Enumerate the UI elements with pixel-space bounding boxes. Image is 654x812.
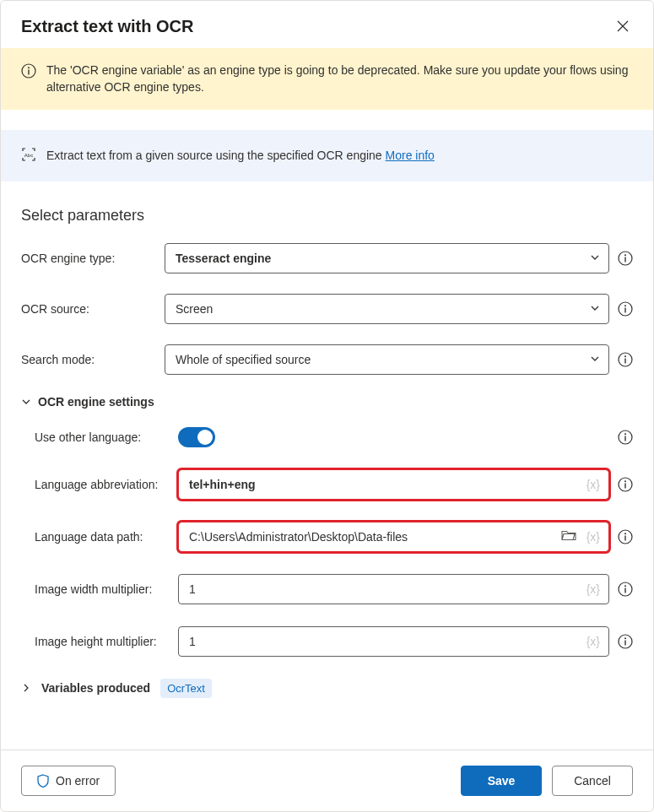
info-lang-path[interactable] [618,529,633,544]
row-engine-type: OCR engine type: Tesseract engine [21,243,633,273]
variable-badge-ocrtext[interactable]: OcrText [160,679,212,698]
variable-placeholder-icon[interactable]: {x} [586,530,600,544]
svg-point-14 [624,433,626,435]
deprecation-warning: The 'OCR engine variable' as an engine t… [1,48,653,110]
svg-rect-6 [624,257,625,262]
collapse-variables-produced[interactable]: Variables produced OcrText [21,679,633,698]
shield-icon [37,774,49,788]
svg-rect-21 [624,535,625,540]
input-lang-abbrev[interactable]: tel+hin+eng {x} [178,469,609,500]
row-width-mult: Image width multiplier: 1 {x} [35,574,633,604]
row-height-mult: Image height multiplier: 1 {x} [35,626,633,657]
warning-text: The 'OCR engine variable' as an engine t… [46,62,633,96]
form-content: Select parameters OCR engine type: Tesse… [1,181,653,750]
info-use-other-language[interactable] [618,430,633,445]
select-search-mode[interactable]: Whole of specified source [165,344,609,375]
svg-rect-12 [624,358,625,363]
input-height-mult-value: 1 [189,635,196,648]
close-icon [617,20,629,32]
info-width-mult[interactable] [618,582,633,597]
svg-point-17 [624,480,626,482]
chevron-down-icon [590,302,600,316]
save-button[interactable]: Save [461,766,542,796]
on-error-label: On error [56,774,100,788]
svg-rect-2 [28,70,29,75]
dialog-title: Extract text with OCR [21,17,193,36]
select-ocr-source[interactable]: Screen [165,294,609,324]
input-lang-path-value: C:\Users\Administrator\Desktop\Data-file… [189,530,408,544]
input-width-mult[interactable]: 1 {x} [178,574,609,604]
on-error-button[interactable]: On error [21,766,116,796]
browse-folder-icon[interactable] [561,529,576,544]
input-width-mult-value: 1 [189,582,196,596]
label-engine-type: OCR engine type: [21,252,165,265]
label-use-other-language: Use other language: [35,430,178,444]
input-lang-path[interactable]: C:\Users\Administrator\Desktop\Data-file… [178,522,609,552]
action-description: Abc Extract text from a given source usi… [1,130,653,181]
toggle-knob [197,430,213,445]
section-title: Select parameters [21,207,633,225]
toggle-use-other-language[interactable] [178,427,215,447]
select-search-mode-value: Whole of specified source [176,353,311,366]
row-use-other-language: Use other language: [35,427,633,447]
chevron-down-icon [590,353,600,366]
engine-settings-body: Use other language: Language abbreviatio… [21,427,633,657]
svg-rect-9 [624,307,625,312]
select-engine-type-value: Tesseract engine [176,252,271,265]
label-lang-abbrev: Language abbreviation: [35,478,178,491]
row-search-mode: Search mode: Whole of specified source [21,344,633,375]
label-lang-path: Language data path: [35,530,178,544]
variable-placeholder-icon[interactable]: {x} [586,478,600,491]
dialog-header: Extract text with OCR [1,1,653,48]
info-height-mult[interactable] [618,634,633,649]
description-text: Extract text from a given source using t… [46,149,435,162]
svg-rect-24 [624,587,625,593]
save-label: Save [488,774,516,788]
chevron-down-icon [590,252,600,265]
svg-point-1 [28,67,30,68]
svg-point-23 [624,585,626,587]
label-width-mult: Image width multiplier: [35,582,178,596]
input-height-mult[interactable]: 1 {x} [178,626,609,657]
variables-produced-label: Variables produced [41,681,150,695]
cancel-label: Cancel [574,774,611,788]
svg-rect-27 [624,640,625,645]
info-engine-type[interactable] [618,251,633,266]
svg-point-8 [624,305,626,306]
info-search-mode[interactable] [618,352,633,367]
variable-placeholder-icon[interactable]: {x} [586,582,600,596]
collapse-engine-settings[interactable]: OCR engine settings [21,395,633,409]
svg-text:Abc: Abc [24,153,33,158]
row-lang-abbrev: Language abbreviation: tel+hin+eng {x} [35,469,633,500]
variable-placeholder-icon[interactable]: {x} [586,635,600,648]
svg-point-5 [624,254,626,256]
input-lang-abbrev-value: tel+hin+eng [189,478,256,491]
svg-point-11 [624,355,626,357]
select-ocr-source-value: Screen [176,302,213,316]
row-lang-path: Language data path: C:\Users\Administrat… [35,522,633,552]
chevron-down-icon [21,397,31,407]
info-ocr-source[interactable] [618,301,633,317]
svg-rect-15 [624,436,625,441]
collapse-engine-settings-label: OCR engine settings [38,395,154,409]
dialog-footer: On error Save Cancel [1,750,653,811]
info-icon [21,63,36,83]
label-search-mode: Search mode: [21,353,165,366]
svg-rect-18 [624,483,625,488]
select-engine-type[interactable]: Tesseract engine [165,243,609,273]
svg-point-26 [624,637,626,639]
chevron-right-icon [21,683,31,693]
svg-point-20 [624,533,626,534]
label-ocr-source: OCR source: [21,302,165,316]
info-lang-abbrev[interactable] [618,477,633,492]
row-ocr-source: OCR source: Screen [21,294,633,324]
more-info-link[interactable]: More info [386,149,435,162]
cancel-button[interactable]: Cancel [552,766,633,796]
ocr-icon: Abc [21,147,36,165]
label-height-mult: Image height multiplier: [35,635,178,648]
close-button[interactable] [613,16,633,36]
dialog: Extract text with OCR The 'OCR engine va… [0,0,654,812]
